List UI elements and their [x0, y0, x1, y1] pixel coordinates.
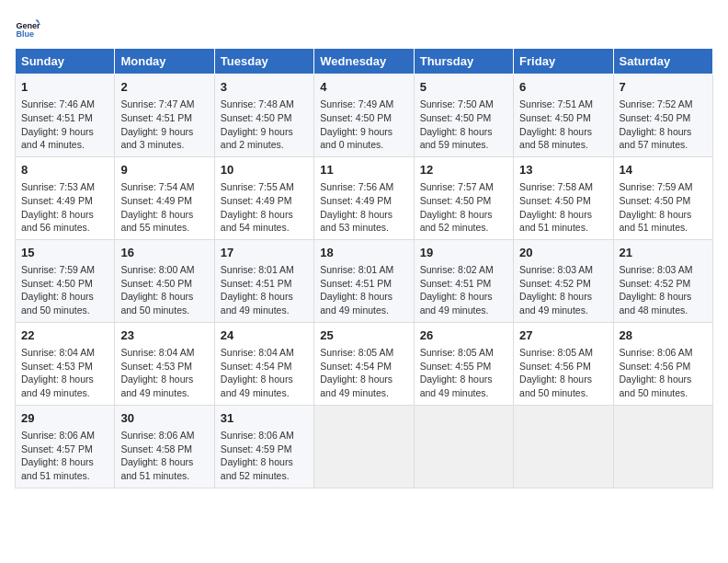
- sunset-text: Sunset: 4:50 PM: [221, 111, 308, 125]
- sunset-text: Sunset: 4:51 PM: [120, 111, 208, 125]
- calendar-cell: 28Sunrise: 8:06 AMSunset: 4:56 PMDayligh…: [613, 322, 712, 405]
- logo: General Blue: [15, 15, 40, 40]
- svg-text:Blue: Blue: [16, 29, 34, 39]
- daylight-text: Daylight: 8 hours and 50 minutes.: [620, 373, 707, 399]
- calendar-cell: 6Sunrise: 7:51 AMSunset: 4:50 PMDaylight…: [514, 75, 613, 157]
- calendar-week-row: 1Sunrise: 7:46 AMSunset: 4:51 PMDaylight…: [16, 75, 713, 157]
- daylight-text: Daylight: 8 hours and 50 minutes.: [21, 290, 108, 316]
- calendar-cell: 24Sunrise: 8:04 AMSunset: 4:54 PMDayligh…: [214, 322, 313, 405]
- calendar-table: SundayMondayTuesdayWednesdayThursdayFrid…: [15, 48, 713, 488]
- sunrise-text: Sunrise: 7:58 AM: [519, 180, 607, 194]
- calendar-week-row: 29Sunrise: 8:06 AMSunset: 4:57 PMDayligh…: [16, 405, 713, 488]
- daylight-text: Daylight: 8 hours and 52 minutes.: [420, 208, 507, 235]
- calendar-cell: 1Sunrise: 7:46 AMSunset: 4:51 PMDaylight…: [16, 75, 115, 157]
- sunrise-text: Sunrise: 7:48 AM: [221, 98, 308, 111]
- sunset-text: Sunset: 4:51 PM: [420, 277, 507, 291]
- sunrise-text: Sunrise: 7:54 AM: [120, 180, 208, 194]
- sunrise-text: Sunrise: 8:05 AM: [519, 346, 607, 360]
- day-number: 31: [221, 410, 308, 427]
- day-number: 22: [21, 327, 108, 344]
- sunset-text: Sunset: 4:52 PM: [519, 277, 607, 291]
- sunset-text: Sunset: 4:50 PM: [320, 111, 407, 125]
- daylight-text: Daylight: 8 hours and 54 minutes.: [221, 208, 308, 235]
- sunrise-text: Sunrise: 8:01 AM: [320, 263, 407, 277]
- sunset-text: Sunset: 4:50 PM: [620, 111, 707, 125]
- day-number: 24: [221, 327, 308, 344]
- daylight-text: Daylight: 8 hours and 50 minutes.: [519, 373, 607, 399]
- sunrise-text: Sunrise: 8:02 AM: [420, 263, 507, 277]
- sunset-text: Sunset: 4:58 PM: [120, 442, 208, 456]
- daylight-text: Daylight: 8 hours and 56 minutes.: [21, 208, 108, 235]
- day-number: 18: [320, 245, 407, 261]
- daylight-text: Daylight: 8 hours and 51 minutes.: [620, 208, 707, 235]
- day-number: 12: [420, 162, 507, 178]
- calendar-cell: 23Sunrise: 8:04 AMSunset: 4:53 PMDayligh…: [115, 322, 214, 405]
- day-of-week-header: Monday: [115, 49, 214, 75]
- calendar-cell: 17Sunrise: 8:01 AMSunset: 4:51 PMDayligh…: [214, 239, 313, 322]
- day-number: 14: [620, 162, 707, 178]
- calendar-cell: 21Sunrise: 8:03 AMSunset: 4:52 PMDayligh…: [613, 239, 712, 322]
- daylight-text: Daylight: 8 hours and 49 minutes.: [320, 373, 407, 399]
- sunrise-text: Sunrise: 8:04 AM: [21, 346, 108, 360]
- sunrise-text: Sunrise: 7:59 AM: [620, 180, 707, 194]
- sunrise-text: Sunrise: 7:46 AM: [21, 98, 108, 111]
- day-number: 3: [221, 79, 308, 96]
- day-number: 28: [620, 327, 707, 344]
- day-number: 20: [519, 245, 607, 261]
- calendar-body: 1Sunrise: 7:46 AMSunset: 4:51 PMDaylight…: [16, 75, 713, 488]
- sunrise-text: Sunrise: 8:04 AM: [221, 346, 308, 360]
- calendar-cell: 15Sunrise: 7:59 AMSunset: 4:50 PMDayligh…: [16, 239, 115, 322]
- sunrise-text: Sunrise: 8:06 AM: [221, 429, 308, 442]
- daylight-text: Daylight: 8 hours and 49 minutes.: [320, 290, 407, 316]
- day-of-week-header: Saturday: [613, 49, 712, 75]
- calendar-cell: 20Sunrise: 8:03 AMSunset: 4:52 PMDayligh…: [514, 239, 613, 322]
- day-number: 1: [21, 79, 108, 96]
- daylight-text: Daylight: 8 hours and 50 minutes.: [120, 290, 208, 316]
- daylight-text: Daylight: 8 hours and 53 minutes.: [320, 208, 407, 235]
- sunrise-text: Sunrise: 8:05 AM: [420, 346, 507, 360]
- sunset-text: Sunset: 4:53 PM: [120, 360, 208, 373]
- calendar-cell: 30Sunrise: 8:06 AMSunset: 4:58 PMDayligh…: [115, 405, 214, 488]
- calendar-cell: 19Sunrise: 8:02 AMSunset: 4:51 PMDayligh…: [414, 239, 513, 322]
- calendar-cell: [314, 405, 414, 488]
- sunset-text: Sunset: 4:50 PM: [620, 194, 707, 208]
- sunrise-text: Sunrise: 7:51 AM: [519, 98, 607, 111]
- calendar-cell: 22Sunrise: 8:04 AMSunset: 4:53 PMDayligh…: [16, 322, 115, 405]
- calendar-cell: 31Sunrise: 8:06 AMSunset: 4:59 PMDayligh…: [214, 405, 313, 488]
- sunset-text: Sunset: 4:53 PM: [21, 360, 108, 373]
- calendar-header: SundayMondayTuesdayWednesdayThursdayFrid…: [16, 49, 713, 75]
- sunrise-text: Sunrise: 7:59 AM: [21, 263, 108, 277]
- daylight-text: Daylight: 8 hours and 51 minutes.: [519, 208, 607, 235]
- sunrise-text: Sunrise: 8:03 AM: [620, 263, 707, 277]
- sunset-text: Sunset: 4:54 PM: [221, 360, 308, 373]
- day-number: 7: [620, 79, 707, 96]
- calendar-cell: 25Sunrise: 8:05 AMSunset: 4:54 PMDayligh…: [314, 322, 414, 405]
- sunrise-text: Sunrise: 7:56 AM: [320, 180, 407, 194]
- calendar-cell: 7Sunrise: 7:52 AMSunset: 4:50 PMDaylight…: [613, 75, 712, 157]
- calendar-cell: 16Sunrise: 8:00 AMSunset: 4:50 PMDayligh…: [115, 239, 214, 322]
- day-number: 11: [320, 162, 407, 178]
- sunset-text: Sunset: 4:50 PM: [21, 277, 108, 291]
- daylight-text: Daylight: 8 hours and 49 minutes.: [221, 290, 308, 316]
- sunset-text: Sunset: 4:57 PM: [21, 442, 108, 456]
- day-number: 10: [221, 162, 308, 178]
- sunset-text: Sunset: 4:49 PM: [221, 194, 308, 208]
- day-number: 2: [120, 79, 208, 96]
- day-of-week-header: Thursday: [414, 49, 513, 75]
- calendar-cell: 14Sunrise: 7:59 AMSunset: 4:50 PMDayligh…: [613, 156, 712, 239]
- calendar-cell: 9Sunrise: 7:54 AMSunset: 4:49 PMDaylight…: [115, 156, 214, 239]
- day-number: 15: [21, 245, 108, 261]
- calendar-week-row: 8Sunrise: 7:53 AMSunset: 4:49 PMDaylight…: [16, 156, 713, 239]
- daylight-text: Daylight: 8 hours and 49 minutes.: [420, 290, 507, 316]
- sunset-text: Sunset: 4:50 PM: [420, 111, 507, 125]
- sunset-text: Sunset: 4:56 PM: [519, 360, 607, 373]
- calendar-cell: [613, 405, 712, 488]
- sunset-text: Sunset: 4:50 PM: [120, 277, 208, 291]
- day-number: 16: [120, 245, 208, 261]
- sunset-text: Sunset: 4:49 PM: [120, 194, 208, 208]
- day-number: 21: [620, 245, 707, 261]
- day-number: 19: [420, 245, 507, 261]
- daylight-text: Daylight: 9 hours and 3 minutes.: [120, 125, 208, 152]
- sunrise-text: Sunrise: 8:03 AM: [519, 263, 607, 277]
- calendar-cell: 4Sunrise: 7:49 AMSunset: 4:50 PMDaylight…: [314, 75, 414, 157]
